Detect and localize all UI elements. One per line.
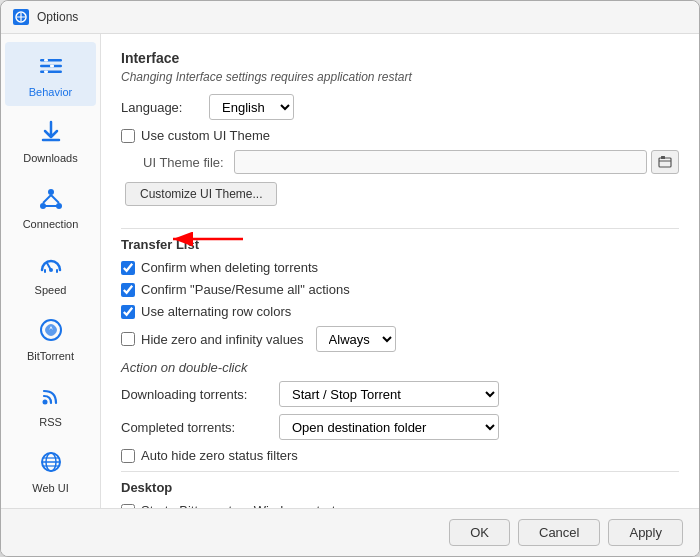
language-row: Language: English French German Spanish: [121, 94, 679, 120]
confirm-delete-label: Confirm when deleting torrents: [141, 260, 318, 275]
options-window: Options Behavior: [0, 0, 700, 557]
customize-ui-theme-button[interactable]: Customize UI Theme...: [125, 182, 277, 206]
auto-hide-checkbox[interactable]: [121, 449, 135, 463]
interface-section: Interface Changing Interface settings re…: [121, 50, 679, 218]
svg-rect-31: [661, 156, 665, 159]
speed-icon: [35, 248, 67, 280]
interface-title: Interface: [121, 50, 679, 66]
svg-line-17: [47, 263, 51, 270]
alternating-colors-row: Use alternating row colors: [121, 304, 679, 319]
sidebar-item-rss[interactable]: RSS: [5, 372, 96, 436]
desktop-section: Desktop Start qBittorrent on Windows sta…: [121, 480, 679, 508]
confirm-pause-label: Confirm "Pause/Resume all" actions: [141, 282, 350, 297]
svg-line-14: [51, 195, 59, 203]
desktop-title: Desktop: [121, 480, 679, 495]
action-double-click-title: Action on double-click: [121, 360, 679, 375]
completed-label: Completed torrents:: [121, 420, 271, 435]
downloading-row: Downloading torrents: Start / Stop Torre…: [121, 381, 679, 407]
alternating-colors-checkbox[interactable]: [121, 305, 135, 319]
language-label: Language:: [121, 100, 201, 115]
title-bar: Options: [1, 1, 699, 34]
sidebar-item-speed[interactable]: Speed: [5, 240, 96, 304]
browse-button[interactable]: [651, 150, 679, 174]
hide-zero-row: Hide zero and infinity values Always Nev…: [121, 326, 679, 352]
sidebar: Behavior Downloads: [1, 34, 101, 508]
downloads-icon: [35, 116, 67, 148]
confirm-pause-checkbox[interactable]: [121, 283, 135, 297]
svg-line-13: [43, 195, 51, 203]
confirm-delete-row: Confirm when deleting torrents: [121, 260, 679, 275]
svg-rect-5: [40, 71, 62, 74]
sidebar-downloads-label: Downloads: [23, 152, 77, 164]
alternating-colors-label: Use alternating row colors: [141, 304, 291, 319]
auto-hide-label: Auto hide zero status filters: [141, 448, 298, 463]
confirm-delete-checkbox[interactable]: [121, 261, 135, 275]
apply-button[interactable]: Apply: [608, 519, 683, 546]
theme-file-input[interactable]: [234, 150, 647, 174]
svg-point-21: [42, 400, 47, 405]
svg-point-10: [48, 189, 54, 195]
customize-row: Customize UI Theme...: [125, 182, 679, 218]
sidebar-item-webui[interactable]: Web UI: [5, 438, 96, 502]
downloading-label: Downloading torrents:: [121, 387, 271, 402]
transfer-list-title: Transfer List: [121, 237, 679, 252]
confirm-pause-row: Confirm "Pause/Resume all" actions: [121, 282, 679, 297]
sidebar-webui-label: Web UI: [32, 482, 68, 494]
interface-subtitle: Changing Interface settings requires app…: [121, 70, 679, 84]
svg-rect-3: [40, 59, 62, 62]
sidebar-bittorrent-label: BitTorrent: [27, 350, 74, 362]
webui-icon: [35, 446, 67, 478]
svg-rect-7: [50, 65, 54, 68]
custom-theme-checkbox[interactable]: [121, 129, 135, 143]
sidebar-item-bittorrent[interactable]: BitTorrent: [5, 306, 96, 370]
action-label: Action on double-click: [121, 360, 247, 375]
hide-zero-label: Hide zero and infinity values: [141, 332, 304, 347]
svg-rect-6: [44, 59, 48, 62]
completed-select[interactable]: Open destination folder Start / Stop Tor…: [279, 414, 499, 440]
ok-button[interactable]: OK: [449, 519, 510, 546]
sidebar-item-behavior[interactable]: Behavior: [5, 42, 96, 106]
bittorrent-icon: [35, 314, 67, 346]
startup-checkbox[interactable]: [121, 504, 135, 509]
content-panel: Interface Changing Interface settings re…: [101, 34, 699, 508]
sidebar-connection-label: Connection: [23, 218, 79, 230]
svg-rect-30: [659, 158, 671, 167]
theme-file-row: UI Theme file:: [143, 150, 679, 174]
sidebar-item-connection[interactable]: Connection: [5, 174, 96, 238]
custom-theme-label: Use custom UI Theme: [141, 128, 270, 143]
theme-file-label: UI Theme file:: [143, 155, 224, 170]
startup-label: Start qBittorrent on Windows start up: [141, 503, 353, 508]
sidebar-rss-label: RSS: [39, 416, 62, 428]
main-content: Behavior Downloads: [1, 34, 699, 508]
hide-zero-select[interactable]: Always Never: [316, 326, 396, 352]
title-bar-icon: [13, 9, 29, 25]
startup-row: Start qBittorrent on Windows start up: [121, 503, 679, 508]
downloading-select[interactable]: Start / Stop Torrent Open Open destinati…: [279, 381, 499, 407]
sidebar-behavior-label: Behavior: [29, 86, 72, 98]
completed-row: Completed torrents: Open destination fol…: [121, 414, 679, 440]
sidebar-speed-label: Speed: [35, 284, 67, 296]
connection-icon: [35, 182, 67, 214]
sidebar-item-downloads[interactable]: Downloads: [5, 108, 96, 172]
footer: OK Cancel Apply: [1, 508, 699, 556]
behavior-icon: [35, 50, 67, 82]
hide-zero-checkbox[interactable]: [121, 332, 135, 346]
divider-2: [121, 471, 679, 472]
rss-icon: [35, 380, 67, 412]
auto-hide-row: Auto hide zero status filters: [121, 448, 679, 463]
language-select[interactable]: English French German Spanish: [209, 94, 294, 120]
custom-theme-row: Use custom UI Theme: [121, 128, 679, 143]
divider-1: [121, 228, 679, 229]
cancel-button[interactable]: Cancel: [518, 519, 600, 546]
window-title: Options: [37, 10, 78, 24]
transfer-list-section: Transfer List Confirm when deleting torr…: [121, 237, 679, 463]
svg-rect-8: [44, 71, 48, 74]
